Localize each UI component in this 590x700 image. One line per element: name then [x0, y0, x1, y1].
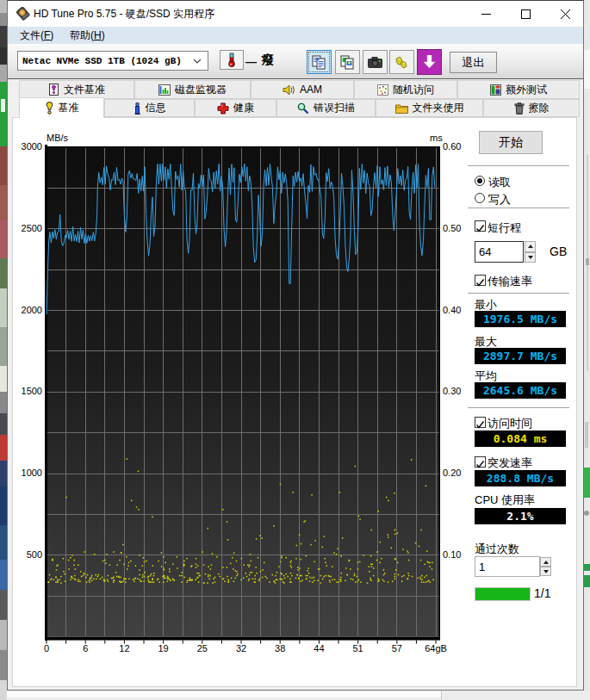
tab-label: 基准 [59, 101, 79, 115]
menu-file[interactable]: 文件(F) [15, 27, 59, 44]
avg-value: 2645.6 MB/s [475, 382, 566, 399]
y-axis-unit-right: ms [430, 133, 443, 143]
separator [468, 407, 569, 408]
app-window: HD Tune Pro 5.75 - 硬盘/SSD 实用程序 文件(F) 帮助(… [7, 0, 584, 691]
y-tick-right: 0.30 [443, 386, 472, 396]
check-icon [475, 278, 485, 288]
exit-button[interactable]: 退出 [450, 52, 497, 73]
desktop-icon-fragment [0, 82, 7, 146]
check-icon [475, 420, 485, 430]
aam-icon [283, 84, 295, 96]
desktop-right-decor [584, 0, 590, 700]
pass-count-stepper[interactable] [540, 557, 551, 576]
desktop-icon-fragment [0, 65, 7, 82]
y-tick-left: 2000 [16, 305, 42, 315]
checkbox-transfer-rate[interactable] [475, 275, 486, 286]
y-tick-right: 0.10 [443, 549, 472, 560]
separator [468, 293, 569, 294]
x-tick: 51 [339, 643, 377, 654]
minimize-button[interactable] [466, 1, 506, 27]
checkbox-transfer-rate-label: 传输速率 [488, 274, 532, 289]
tab-folder-usage[interactable]: 文件夹使用 [376, 99, 483, 117]
desktop-left-sliver [0, 0, 7, 700]
menu-bar: 文件(F) 帮助(H) [8, 27, 583, 44]
min-value: 1976.5 MB/s [475, 311, 566, 327]
access-time-value: 0.084 ms [475, 431, 566, 447]
desktop-icon-fragment [0, 392, 7, 413]
desktop-icon-fragment [0, 0, 7, 13]
x-tick: 57 [378, 643, 416, 654]
stepper-up-icon[interactable] [540, 557, 551, 567]
info-icon [134, 102, 141, 115]
menu-help[interactable]: 帮助(H) [65, 27, 110, 44]
tab-erase[interactable]: 擦除 [483, 99, 580, 117]
tab-error-scan[interactable]: 错误扫描 [276, 99, 376, 117]
short-stroke-unit: GB [550, 245, 567, 258]
x-tick: 44 [300, 643, 338, 654]
screenshot-button[interactable] [363, 50, 388, 74]
desktop-icon-fragment [0, 288, 7, 327]
checkbox-access-time[interactable] [475, 417, 486, 428]
x-tick: 38 [261, 643, 299, 654]
radio-read[interactable] [475, 176, 485, 186]
start-button[interactable]: 开始 [479, 131, 543, 154]
maximize-icon [521, 9, 531, 19]
tab-disk-monitor[interactable]: 磁盘监视器 [134, 80, 251, 99]
file-benchmark-icon [48, 84, 59, 96]
pass-count-label: 通过次数 [475, 542, 519, 557]
tab-extra-tests[interactable]: 额外测试 [457, 80, 580, 99]
desktop-icon-fragment [0, 13, 7, 26]
temperature-button[interactable] [220, 50, 244, 70]
short-stroke-size-stepper[interactable] [525, 241, 536, 263]
radio-read-label: 读取 [488, 175, 511, 190]
stepper-down-icon[interactable] [540, 567, 551, 576]
tab-label: 文件基准 [64, 83, 105, 97]
copy-text-button[interactable] [307, 50, 332, 74]
error-scan-icon [297, 102, 309, 115]
desktop-icon-fragment [0, 220, 7, 258]
stepper-down-icon[interactable] [525, 252, 536, 263]
tab-health[interactable]: 健康 [195, 99, 276, 117]
temperature-unit: 癈 [262, 53, 274, 68]
chevron-down-icon [193, 59, 202, 64]
app-icon [16, 7, 30, 24]
save-button[interactable] [417, 49, 442, 75]
checkbox-short-stroke-label: 短行程 [488, 220, 521, 236]
tab-label: 擦除 [529, 101, 550, 115]
folder-usage-icon [395, 103, 408, 114]
drive-select[interactable]: Netac NVMe SSD 1TB (1024 gB) [17, 51, 208, 71]
thermometer-icon [227, 53, 236, 67]
x-tick: 32 [222, 643, 260, 654]
short-stroke-size-input[interactable]: 64 [475, 241, 524, 263]
checkbox-short-stroke[interactable] [475, 220, 486, 232]
radio-write-label: 写入 [488, 192, 511, 208]
close-button[interactable] [545, 1, 585, 27]
tab-file-benchmark[interactable]: 文件基准 [19, 80, 134, 99]
copy-image-button[interactable] [335, 50, 360, 74]
desktop-icon-fragment [0, 620, 7, 650]
health-icon [217, 102, 229, 115]
minimize-icon [481, 9, 491, 19]
hands-button[interactable] [389, 50, 414, 74]
burst-rate-value: 288.8 MB/s [475, 470, 566, 486]
y-tick-left: 3000 [16, 141, 42, 152]
erase-icon [514, 102, 525, 115]
y-tick-left: 2500 [16, 223, 42, 233]
title-bar: HD Tune Pro 5.75 - 硬盘/SSD 实用程序 [8, 1, 583, 27]
pass-count-input[interactable]: 1 [475, 556, 540, 577]
y-tick-left: 500 [16, 549, 42, 560]
stepper-up-icon[interactable] [525, 241, 536, 252]
desktop-icon-fragment [0, 26, 7, 47]
checkbox-burst-rate[interactable] [475, 456, 486, 468]
tab-benchmark[interactable]: 基准 [19, 97, 104, 118]
tab-random-access[interactable]: 随机访问 [354, 80, 457, 99]
benchmark-icon [45, 102, 54, 115]
tab-aam[interactable]: AAM [251, 80, 354, 99]
separator [468, 208, 569, 208]
maximize-button[interactable] [506, 1, 545, 27]
tab-info[interactable]: 信息 [104, 99, 195, 117]
desktop-icon-fragment [0, 146, 7, 185]
desktop-icon-fragment [0, 185, 7, 220]
check-icon [475, 224, 485, 233]
radio-write[interactable] [475, 193, 485, 203]
